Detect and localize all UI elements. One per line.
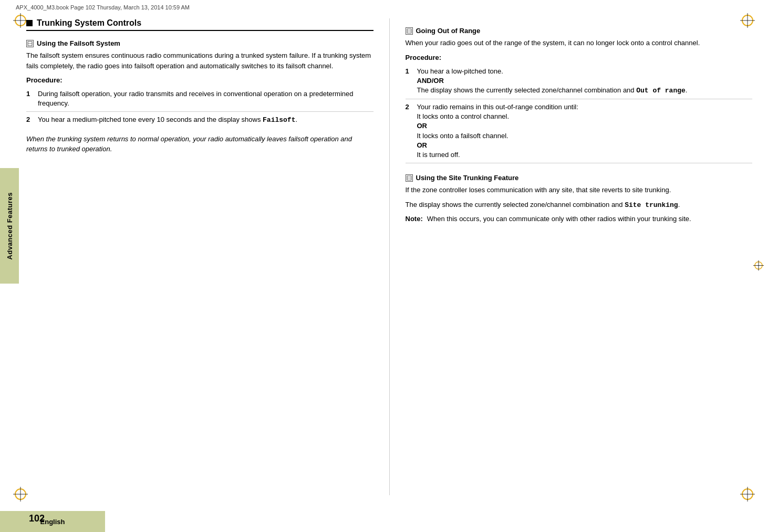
step-2-2-content: Your radio remains in this out-of-range … <box>417 102 578 160</box>
step-2-1-num: 1 <box>406 67 413 76</box>
side-tab-label: Advanced Features <box>6 192 14 259</box>
step-1-1: 1 During failsoft operation, your radio … <box>26 86 373 112</box>
italic-note-1: When the trunking system returns to norm… <box>26 134 373 154</box>
body2-after: . <box>678 201 680 208</box>
file-info: APX_4000_M3.book Page 102 Thursday, Marc… <box>16 4 190 11</box>
going-out-icon <box>406 27 413 35</box>
site-trunking-icon <box>406 174 413 182</box>
step-2-1-content: You hear a low-pitched tone. AND/OR The … <box>417 67 688 96</box>
subsection1-body: The failsoft system ensures continuous r… <box>26 50 373 71</box>
subsection1-icon <box>26 40 34 47</box>
section-heading: Trunking System Controls <box>26 18 373 31</box>
step-1-2-content: You hear a medium-pitched tone every 10 … <box>38 115 297 125</box>
step-2-1-andor: AND/OR <box>417 76 688 86</box>
site-trunking-body2: The display shows the currently selected… <box>406 200 753 211</box>
steps-list-2: 1 You hear a low-pitched tone. AND/OR Th… <box>406 64 753 164</box>
section-heading-icon <box>26 20 33 26</box>
procedure-label-1: Procedure: <box>26 76 373 84</box>
body2-display: Site trunking <box>625 201 678 209</box>
step-2-1: 1 You hear a low-pitched tone. AND/OR Th… <box>406 64 753 100</box>
section-heading-text: Trunking System Controls <box>37 18 141 28</box>
step-num-1: 1 <box>26 89 34 99</box>
step-2-2: 2 Your radio remains in this out-of-rang… <box>406 99 753 163</box>
step-1-2-display: Failsoft <box>263 116 295 124</box>
step-2-2-or1: OR <box>417 121 578 131</box>
step-2-1-display: Out of range <box>636 87 686 95</box>
top-bar: APX_4000_M3.book Page 102 Thursday, Marc… <box>0 4 768 11</box>
subsection1-heading: Using the Failsoft System <box>26 39 373 47</box>
step-1-2: 2 You hear a medium-pitched tone every 1… <box>26 112 373 128</box>
steps-list-1: 1 During failsoft operation, your radio … <box>26 86 373 129</box>
step-2-2-line4: It is turned off. <box>417 150 578 160</box>
site-trunking-heading-text: Using the Site Trunking Feature <box>416 174 519 182</box>
step-2-2-line1: Your radio remains in this out-of-range … <box>417 102 578 112</box>
note-row: Note: When this occurs, you can communic… <box>406 214 753 224</box>
step-2-1-line2-after: . <box>686 86 688 94</box>
note-label: Note: <box>406 214 423 224</box>
step-1-2-text-before: You hear a medium-pitched tone every 10 … <box>38 116 263 123</box>
step-2-1-line2-before: The display shows the currently selected… <box>417 86 637 94</box>
step-2-2-line3: It locks onto a failsoft channel. <box>417 131 578 141</box>
content-area: Trunking System Controls Using the Fails… <box>26 18 752 495</box>
reg-mark-tl <box>13 13 28 29</box>
note-text: When this occurs, you can communicate on… <box>427 214 691 224</box>
going-out-heading-text: Going Out of Range <box>416 27 481 35</box>
site-trunking-heading: Using the Site Trunking Feature <box>406 174 753 182</box>
page: APX_4000_M3.book Page 102 Thursday, Marc… <box>0 0 768 532</box>
subsection1-heading-text: Using the Failsoft System <box>37 39 120 47</box>
step-2-1-line2: The display shows the currently selected… <box>417 86 688 96</box>
step-2-2-or2: OR <box>417 141 578 150</box>
step-num-2: 2 <box>26 115 34 124</box>
procedure-label-2: Procedure: <box>406 54 753 61</box>
left-column: Trunking System Controls Using the Fails… <box>26 18 390 495</box>
site-trunking-body1: If the zone controller loses communicati… <box>406 185 753 195</box>
step-2-1-line1: You hear a low-pitched tone. <box>417 67 688 76</box>
body2-before: The display shows the currently selected… <box>406 201 625 208</box>
going-out-heading: Going Out of Range <box>406 27 753 35</box>
side-tab-advanced-features: Advanced Features <box>0 168 19 284</box>
english-tab: English <box>0 511 105 532</box>
step-2-2-line2: It locks onto a control channel. <box>417 112 578 121</box>
page-number: 102 <box>29 513 45 524</box>
step-2-2-num: 2 <box>406 102 413 112</box>
right-column: Going Out of Range When your radio goes … <box>390 18 753 495</box>
bottom-bar: English <box>0 500 768 532</box>
step-1-1-text: During failsoft operation, your radio tr… <box>38 89 373 108</box>
step-1-2-text-after: . <box>295 116 297 123</box>
reg-mark-mr <box>753 260 764 272</box>
going-out-body: When your radio goes out of the range of… <box>406 38 753 48</box>
